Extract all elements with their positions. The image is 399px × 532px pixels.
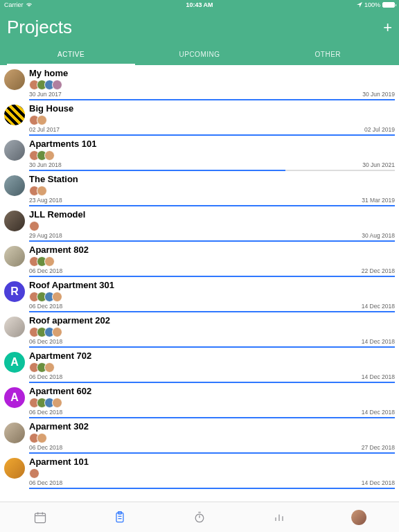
project-row[interactable]: Roof aparment 20206 Dec 201814 Dec 2018 xyxy=(0,312,399,348)
project-start-date: 06 Dec 2018 xyxy=(29,338,62,345)
project-end-date: 14 Dec 2018 xyxy=(362,373,395,380)
project-row[interactable]: AApartment 70206 Dec 201814 Dec 2018 xyxy=(0,348,399,383)
project-thumbnail xyxy=(4,246,25,267)
progress-bar xyxy=(29,276,395,277)
nav-timer[interactable] xyxy=(191,509,208,526)
location-icon xyxy=(357,2,362,8)
project-thumbnail xyxy=(4,140,25,161)
tab-other[interactable]: OTHER xyxy=(264,45,392,65)
project-title: Aparment 101 xyxy=(29,456,395,467)
project-row[interactable]: My home30 Jun 201730 Jun 2019 xyxy=(0,65,399,100)
project-title: Roof aparment 202 xyxy=(29,315,395,326)
project-members xyxy=(29,186,395,196)
nav-profile[interactable] xyxy=(351,509,367,526)
project-end-date: 14 Dec 2018 xyxy=(362,338,395,345)
project-thumbnail xyxy=(4,423,25,443)
header: Projects + ACTIVE UPCOMING OTHER xyxy=(0,10,399,65)
member-avatar xyxy=(37,115,47,125)
project-members xyxy=(29,115,395,125)
progress-track xyxy=(29,417,395,418)
member-avatar xyxy=(44,362,55,373)
progress-track xyxy=(29,346,395,348)
chart-icon xyxy=(272,511,286,524)
project-row[interactable]: Aparment 10106 Dec 201814 Dec 2018 xyxy=(0,454,399,489)
member-avatar xyxy=(29,468,39,479)
nav-reports[interactable] xyxy=(271,509,287,526)
project-thumbnail xyxy=(4,458,25,479)
project-title: Big House xyxy=(29,103,395,114)
nav-projects[interactable] xyxy=(112,509,128,526)
add-button[interactable]: + xyxy=(383,19,392,37)
calendar-icon xyxy=(33,511,47,524)
project-members xyxy=(29,80,395,90)
project-members xyxy=(29,150,395,161)
progress-track xyxy=(29,134,395,136)
progress-track xyxy=(29,205,395,206)
member-avatar xyxy=(52,398,62,408)
project-end-date: 30 Jun 2021 xyxy=(362,161,395,168)
page-title: Projects xyxy=(7,17,72,38)
project-title: JLL Remodel xyxy=(29,209,395,220)
project-thumbnail xyxy=(4,317,25,337)
project-row[interactable]: RRoof Apartment 30106 Dec 201814 Dec 201… xyxy=(0,277,399,312)
project-start-date: 30 Jun 2017 xyxy=(29,91,62,98)
project-members xyxy=(29,327,395,337)
status-right: 100% xyxy=(357,1,395,8)
progress-bar xyxy=(29,240,395,242)
project-row[interactable]: Apartments 10130 Jun 201830 Jun 2021 xyxy=(0,136,399,171)
project-start-date: 06 Dec 2018 xyxy=(29,373,62,380)
tab-bar xyxy=(0,502,399,532)
progress-track xyxy=(29,382,395,383)
tab-active[interactable]: ACTIVE xyxy=(7,45,135,65)
battery-icon xyxy=(382,2,395,8)
project-row[interactable]: Aparment 30206 Dec 201827 Dec 2018 xyxy=(0,418,399,454)
project-end-date: 31 Mar 2019 xyxy=(362,197,395,204)
project-title: Aparment 802 xyxy=(29,245,395,255)
project-title: Apartment 602 xyxy=(29,386,395,396)
project-members xyxy=(29,433,395,443)
battery-label: 100% xyxy=(364,1,380,8)
project-title: Apartment 702 xyxy=(29,351,395,361)
project-title: Apartments 101 xyxy=(29,139,395,149)
progress-bar xyxy=(29,346,395,348)
project-title: My home xyxy=(29,68,395,78)
project-row[interactable]: AApartment 60206 Dec 201814 Dec 2018 xyxy=(0,383,399,418)
progress-track xyxy=(29,488,395,489)
project-start-date: 06 Dec 2018 xyxy=(29,409,62,416)
project-start-date: 06 Dec 2018 xyxy=(29,267,62,274)
project-thumbnail xyxy=(4,175,25,196)
tab-upcoming[interactable]: UPCOMING xyxy=(135,45,263,65)
member-avatar xyxy=(29,221,39,231)
progress-track xyxy=(29,99,395,100)
progress-bar xyxy=(29,134,395,136)
project-start-date: 06 Dec 2018 xyxy=(29,444,62,451)
project-list[interactable]: My home30 Jun 201730 Jun 2019Big House02… xyxy=(0,65,399,502)
project-thumbnail xyxy=(4,69,25,90)
nav-calendar[interactable] xyxy=(32,509,48,526)
project-row[interactable]: Aparment 80206 Dec 201822 Dec 2018 xyxy=(0,242,399,277)
project-start-date: 30 Jun 2018 xyxy=(29,161,62,168)
progress-bar xyxy=(29,382,395,383)
project-row[interactable]: JLL Remodel29 Aug 201830 Aug 2018 xyxy=(0,206,399,242)
wifi-icon xyxy=(26,2,33,8)
progress-bar xyxy=(29,417,395,418)
member-avatar xyxy=(44,256,55,267)
progress-bar xyxy=(29,452,395,454)
project-start-date: 02 Jul 2017 xyxy=(29,126,60,133)
progress-bar xyxy=(29,99,395,100)
project-row[interactable]: The Station23 Aug 201831 Mar 2019 xyxy=(0,171,399,206)
project-title: The Station xyxy=(29,174,395,184)
project-end-date: 14 Dec 2018 xyxy=(362,303,395,310)
segment-tabs: ACTIVE UPCOMING OTHER xyxy=(7,45,392,65)
project-thumbnail: A xyxy=(4,387,25,408)
project-members xyxy=(29,221,395,231)
project-end-date: 02 Jul 2019 xyxy=(364,126,395,133)
project-title: Aparment 302 xyxy=(29,421,395,432)
project-thumbnail: A xyxy=(4,352,25,373)
progress-track xyxy=(29,170,395,171)
progress-track xyxy=(29,452,395,454)
project-thumbnail xyxy=(4,105,25,125)
project-end-date: 30 Jun 2019 xyxy=(362,91,395,98)
member-avatar xyxy=(52,80,62,90)
project-row[interactable]: Big House02 Jul 201702 Jul 2019 xyxy=(0,100,399,136)
